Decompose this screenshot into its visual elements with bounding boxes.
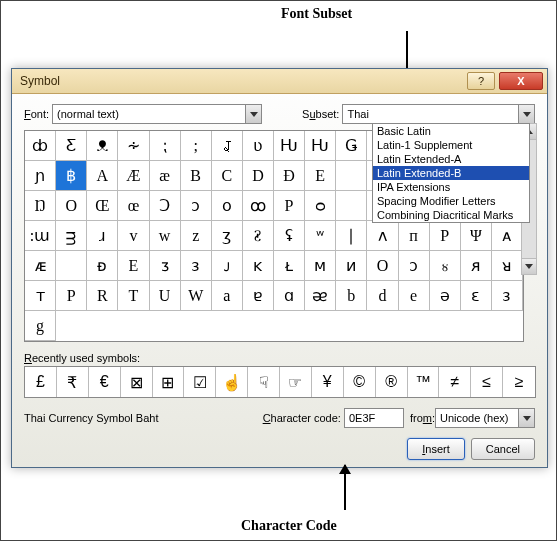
symbol-cell[interactable]: v: [118, 221, 149, 251]
recent-symbol-cell[interactable]: €: [89, 367, 121, 397]
symbol-cell[interactable]: п: [399, 221, 430, 251]
subset-option[interactable]: Spacing Modifier Letters: [373, 194, 529, 208]
symbol-cell[interactable]: B: [181, 161, 212, 191]
symbol-cell[interactable]: ᴣ: [150, 251, 181, 281]
symbol-cell[interactable]: Ʝ: [212, 131, 243, 161]
recent-symbol-cell[interactable]: ₹: [57, 367, 89, 397]
subset-option[interactable]: Latin Extended-B: [373, 166, 529, 180]
subset-option[interactable]: Basic Latin: [373, 124, 529, 138]
symbol-cell[interactable]: z: [181, 221, 212, 251]
recent-symbol-cell[interactable]: ≠: [439, 367, 471, 397]
close-button[interactable]: X: [499, 72, 543, 90]
symbol-cell[interactable]: ᴁ: [25, 251, 56, 281]
symbol-cell[interactable]: Œ: [87, 191, 118, 221]
symbol-cell[interactable]: ᴟ: [56, 221, 87, 251]
symbol-cell[interactable]: d: [367, 281, 398, 311]
recent-symbol-cell[interactable]: ☝: [216, 367, 248, 397]
symbol-cell[interactable]: [56, 251, 87, 281]
font-combo[interactable]: (normal text): [52, 104, 262, 124]
symbol-cell[interactable]: e: [399, 281, 430, 311]
symbol-cell[interactable]: ∻: [118, 131, 149, 161]
symbol-cell[interactable]: A: [87, 161, 118, 191]
recent-symbol-cell[interactable]: ≤: [471, 367, 503, 397]
symbol-cell[interactable]: ȸ: [25, 131, 56, 161]
insert-button[interactable]: Insert: [407, 438, 465, 460]
symbol-cell[interactable]: O: [367, 251, 398, 281]
symbol-cell[interactable]: ⁏: [150, 131, 181, 161]
symbol-cell[interactable]: ᴑ: [305, 191, 336, 221]
symbol-cell[interactable]: ʋ: [243, 131, 274, 161]
symbol-cell[interactable]: ʷ: [305, 221, 336, 251]
symbol-cell[interactable]: ᴧ: [367, 221, 398, 251]
symbol-cell[interactable]: Ƕ: [305, 131, 336, 161]
symbol-cell[interactable]: ᴐ: [399, 251, 430, 281]
symbol-cell[interactable]: ɔ: [181, 191, 212, 221]
symbol-cell[interactable]: ฿: [56, 161, 87, 191]
symbol-cell[interactable]: Ƹ: [56, 131, 87, 161]
symbol-cell[interactable]: ᴀ: [492, 221, 523, 251]
subset-option[interactable]: Latin Extended-A: [373, 152, 529, 166]
symbol-cell[interactable]: ᴌ: [274, 251, 305, 281]
symbol-cell[interactable]: æ: [150, 161, 181, 191]
symbol-cell[interactable]: E: [305, 161, 336, 191]
symbol-cell[interactable]: ɐ: [243, 281, 274, 311]
symbol-cell[interactable]: Ɔ: [150, 191, 181, 221]
symbol-cell[interactable]: P: [274, 191, 305, 221]
symbol-cell[interactable]: ꝏ: [243, 191, 274, 221]
symbol-cell[interactable]: :ɯ: [25, 221, 56, 251]
symbol-cell[interactable]: ᴊ: [212, 251, 243, 281]
symbol-cell[interactable]: P: [56, 281, 87, 311]
symbol-cell[interactable]: D: [243, 161, 274, 191]
symbol-cell[interactable]: ᴛ: [25, 281, 56, 311]
symbol-cell[interactable]: ᴋ: [243, 251, 274, 281]
recent-symbol-cell[interactable]: ©: [344, 367, 376, 397]
symbol-cell[interactable]: Ŋ: [25, 191, 56, 221]
recent-symbol-cell[interactable]: £: [25, 367, 57, 397]
symbol-cell[interactable]: W: [181, 281, 212, 311]
symbol-cell[interactable]: E: [118, 251, 149, 281]
symbol-cell[interactable]: ;: [181, 131, 212, 161]
character-code-input[interactable]: [344, 408, 404, 428]
symbol-cell[interactable]: ʢ: [274, 221, 305, 251]
symbol-cell[interactable]: ᴎ: [336, 251, 367, 281]
symbol-cell[interactable]: R: [87, 281, 118, 311]
symbol-cell[interactable]: ᴍ: [305, 251, 336, 281]
symbol-cell[interactable]: ɑ: [274, 281, 305, 311]
recent-symbol-cell[interactable]: ⊠: [121, 367, 153, 397]
symbol-cell[interactable]: ᴏ: [212, 191, 243, 221]
symbol-cell[interactable]: ɜ: [181, 251, 212, 281]
cancel-button[interactable]: Cancel: [471, 438, 535, 460]
help-button[interactable]: ?: [467, 72, 495, 90]
subset-combo[interactable]: Thai: [342, 104, 535, 124]
symbol-cell[interactable]: w: [150, 221, 181, 251]
recent-symbol-cell[interactable]: ¥: [312, 367, 344, 397]
recent-symbol-cell[interactable]: ☟: [248, 367, 280, 397]
recent-symbol-cell[interactable]: ☑: [184, 367, 216, 397]
symbol-cell[interactable]: ə: [430, 281, 461, 311]
symbol-cell[interactable]: a: [212, 281, 243, 311]
symbol-cell[interactable]: [336, 191, 367, 221]
symbol-cell[interactable]: ᴤ: [243, 221, 274, 251]
symbol-cell[interactable]: ᴙ: [461, 251, 492, 281]
symbol-cell[interactable]: ɛ: [461, 281, 492, 311]
symbol-cell[interactable]: ɜ: [492, 281, 523, 311]
symbol-cell[interactable]: Ƕ: [274, 131, 305, 161]
symbol-cell[interactable]: ɹ: [87, 221, 118, 251]
symbol-cell[interactable]: O: [56, 191, 87, 221]
from-combo[interactable]: Unicode (hex): [435, 408, 535, 428]
symbol-cell[interactable]: ᴆ: [87, 251, 118, 281]
symbol-cell[interactable]: ᴥ: [87, 131, 118, 161]
symbol-cell[interactable]: b: [336, 281, 367, 311]
subset-option[interactable]: IPA Extensions: [373, 180, 529, 194]
symbol-cell[interactable]: Ð: [274, 161, 305, 191]
scroll-down-icon[interactable]: [522, 258, 536, 274]
symbol-cell[interactable]: Ψ: [461, 221, 492, 251]
symbol-cell[interactable]: Æ: [118, 161, 149, 191]
symbol-cell[interactable]: ʒ: [212, 221, 243, 251]
subset-option[interactable]: Combining Diacritical Marks: [373, 208, 529, 222]
recent-symbol-cell[interactable]: ⊞: [153, 367, 185, 397]
symbol-cell[interactable]: œ: [118, 191, 149, 221]
symbol-cell[interactable]: ᴕ: [430, 251, 461, 281]
recent-symbol-cell[interactable]: ≥: [503, 367, 535, 397]
symbol-cell[interactable]: ɲ: [25, 161, 56, 191]
